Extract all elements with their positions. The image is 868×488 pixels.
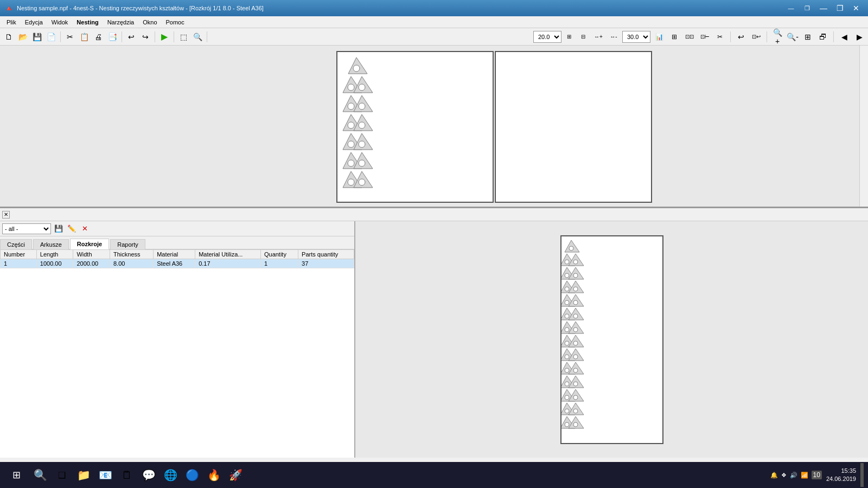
- menu-widok[interactable]: Widok: [47, 18, 73, 27]
- cut-button[interactable]: ✂: [63, 30, 76, 43]
- print2-button[interactable]: 📑: [106, 30, 119, 43]
- menu-plik[interactable]: Plik: [2, 18, 21, 27]
- table-container[interactable]: Number Length Width Thickness Material M…: [0, 249, 354, 458]
- tray-network[interactable]: 📶: [801, 472, 808, 479]
- nesting-shapes-main: [337, 52, 489, 202]
- taskbar-onenote[interactable]: 🗒: [117, 465, 137, 485]
- zoom-in-button[interactable]: 🔍+: [771, 30, 784, 43]
- arrange2-button[interactable]: ⊡⊢: [698, 30, 711, 43]
- scroll-left[interactable]: ◀: [838, 30, 851, 43]
- svg-point-37: [565, 287, 569, 291]
- tray-volume[interactable]: 🔊: [790, 472, 797, 479]
- select-button[interactable]: ⬚: [177, 30, 190, 43]
- svg-point-51: [573, 328, 578, 332]
- zoom-fit2-button[interactable]: ⊞: [801, 30, 814, 43]
- taskbar-tool1[interactable]: 🚀: [226, 465, 245, 485]
- sub-maximize-button[interactable]: ❐: [800, 2, 815, 14]
- menu-edycja[interactable]: Edycja: [21, 18, 47, 27]
- redo-button[interactable]: ↪: [139, 30, 152, 43]
- zoom-out-button[interactable]: 🔍-: [786, 30, 799, 43]
- tray-language[interactable]: 10: [812, 471, 822, 479]
- tab-rozkroje[interactable]: Rozkroje: [70, 239, 109, 249]
- taskbar-chrome[interactable]: 🔵: [182, 465, 202, 485]
- col-quantity[interactable]: Quantity: [260, 250, 298, 259]
- back-button[interactable]: ↩: [735, 30, 748, 43]
- start-button[interactable]: ⊞: [4, 463, 28, 487]
- col-parts[interactable]: Parts quantity: [298, 250, 354, 259]
- menu-nesting[interactable]: Nesting: [72, 18, 103, 27]
- toolbar: 🗋 📂 💾 📄 ✂ 📋 🖨 📑 ↩ ↪ ▶ ⬚ 🔍 20.0 ⊞ ⊟ ↔+ ↔-…: [0, 28, 868, 46]
- print-button[interactable]: 🖨: [92, 30, 105, 43]
- menu-okno[interactable]: Okno: [138, 18, 161, 27]
- svg-point-15: [348, 141, 354, 147]
- filter-delete-button[interactable]: ✕: [79, 223, 90, 234]
- cell-parts: 37: [298, 259, 354, 268]
- svg-point-33: [565, 273, 569, 278]
- zoom-all-button[interactable]: 🗗: [816, 30, 829, 43]
- tab-czesci[interactable]: Części: [0, 239, 32, 249]
- zoom-plus-button[interactable]: ↔+: [592, 30, 605, 43]
- sub-minimize-button[interactable]: —: [783, 2, 799, 14]
- maximize-button[interactable]: ❐: [832, 2, 847, 14]
- menu-narzedzia[interactable]: Narzędzia: [103, 18, 139, 27]
- chart-button[interactable]: 📊: [653, 30, 666, 43]
- zoom-select-1[interactable]: 20.0: [533, 31, 561, 43]
- zoom-table-button[interactable]: ⊟: [577, 30, 590, 43]
- clock-date: 24.06.2019: [826, 475, 856, 483]
- save-as-button[interactable]: 📄: [44, 30, 58, 43]
- taskbar-files[interactable]: 📁: [74, 465, 93, 485]
- col-utilization[interactable]: Material Utiliza...: [195, 250, 261, 259]
- show-desktop-button[interactable]: [860, 463, 864, 487]
- filter-edit-button[interactable]: ✏️: [66, 223, 77, 234]
- filter-save-button[interactable]: 💾: [53, 223, 64, 234]
- tray-notifications[interactable]: 🔔: [770, 472, 778, 479]
- tab-raporty[interactable]: Raporty: [110, 239, 145, 249]
- menu-pomoc[interactable]: Pomoc: [162, 18, 189, 27]
- svg-point-19: [348, 160, 354, 166]
- taskbar-browser[interactable]: 🌐: [161, 465, 180, 485]
- preview-sheet: [560, 235, 663, 444]
- scroll-right[interactable]: ▶: [853, 30, 866, 43]
- svg-point-47: [573, 314, 578, 318]
- close-panel-button[interactable]: ✕: [2, 211, 10, 219]
- undo-button[interactable]: ↩: [125, 30, 138, 43]
- col-length[interactable]: Length: [36, 250, 73, 259]
- new-button[interactable]: 🗋: [2, 30, 15, 43]
- grid-button[interactable]: ⊞: [668, 30, 681, 43]
- horizontal-scrollbar[interactable]: [0, 207, 868, 208]
- open-button[interactable]: 📂: [16, 30, 29, 43]
- taskbar-search[interactable]: 🔍: [30, 465, 50, 485]
- arrange-button[interactable]: ⊡⊡: [683, 30, 696, 43]
- fwd-button[interactable]: ⊡↩: [750, 30, 763, 43]
- cell-quantity: 1: [260, 259, 298, 268]
- zoom-select-2[interactable]: 30.0: [622, 31, 650, 43]
- taskbar-taskview[interactable]: ❑: [52, 465, 72, 485]
- main-canvas-area[interactable]: [0, 46, 868, 208]
- h-scroll-thumb[interactable]: [51, 208, 268, 209]
- taskbar-outlook[interactable]: 📧: [95, 465, 115, 485]
- clock[interactable]: 15:35 24.06.2019: [826, 467, 856, 484]
- col-thickness[interactable]: Thickness: [110, 250, 154, 259]
- tray-dropbox[interactable]: ❖: [781, 472, 787, 479]
- col-material[interactable]: Material: [154, 250, 195, 259]
- copy-button[interactable]: 📋: [78, 30, 91, 43]
- run-button[interactable]: ▶: [158, 30, 171, 43]
- table-row[interactable]: 1 1000.00 2000.00 8.00 Steel A36 0.17 1 …: [1, 259, 354, 268]
- taskbar-fire[interactable]: 🔥: [204, 465, 224, 485]
- zoom-window-button[interactable]: 🔍: [191, 30, 204, 43]
- svg-point-41: [565, 300, 569, 305]
- zoom-minus-button[interactable]: ↔-: [607, 30, 620, 43]
- canvas[interactable]: [0, 46, 868, 207]
- filter-select[interactable]: - all -: [2, 223, 51, 234]
- col-number[interactable]: Number: [1, 250, 37, 259]
- taskbar-skype[interactable]: 💬: [139, 465, 158, 485]
- vertical-scrollbar[interactable]: [859, 46, 868, 207]
- tab-arkusze[interactable]: Arkusze: [33, 239, 69, 249]
- system-tray: 🔔 ❖ 🔊 📶 10: [770, 471, 822, 479]
- zoom-fit-button[interactable]: ⊞: [564, 31, 575, 42]
- save-button[interactable]: 💾: [30, 30, 43, 43]
- close-button[interactable]: ✕: [848, 2, 864, 14]
- col-width[interactable]: Width: [73, 250, 110, 259]
- cut2-button[interactable]: ✂: [713, 30, 726, 43]
- minimize-button[interactable]: —: [816, 2, 831, 14]
